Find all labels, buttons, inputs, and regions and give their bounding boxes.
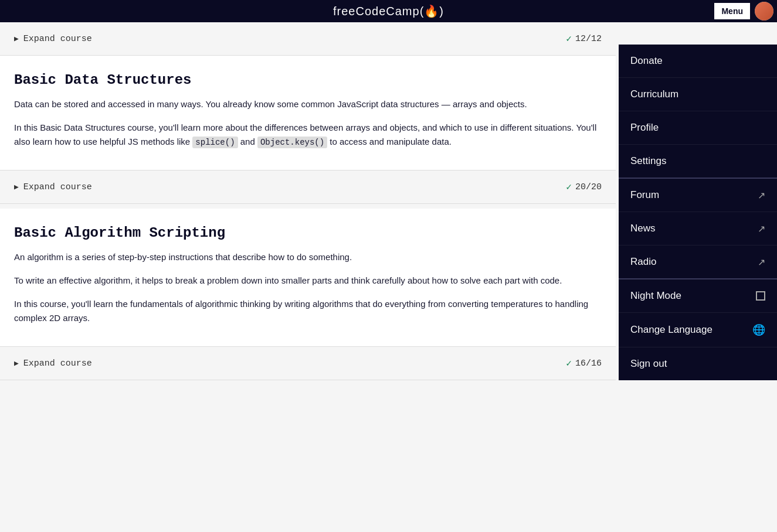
expand-label-top-ds: Expand course xyxy=(23,34,92,44)
menu-item-profile[interactable]: Profile xyxy=(619,111,777,145)
menu-item-settings[interactable]: Settings xyxy=(619,145,777,179)
progress-bottom-ds: 20/20 xyxy=(575,182,602,192)
menu-item-settings-label: Settings xyxy=(630,155,666,167)
code-splice: splice() xyxy=(192,137,237,148)
expand-label-bottom-algo: Expand course xyxy=(23,359,92,369)
menu-item-profile-label: Profile xyxy=(630,122,659,134)
check-icon-bottom-ds: ✓ xyxy=(566,181,572,193)
menu-item-curriculum-label: Curriculum xyxy=(630,88,678,100)
code-object-keys: Object.keys() xyxy=(257,137,327,148)
expand-left-bottom-ds: ▶ Expand course xyxy=(14,182,92,192)
external-link-icon: ↗ xyxy=(758,190,765,201)
expand-bar-bottom-ds[interactable]: ▶ Expand course ✓ 20/20 xyxy=(0,170,616,204)
content-area: ▶ Expand course ✓ 12/12 Basic Data Struc… xyxy=(0,22,616,532)
avatar-image xyxy=(755,2,773,21)
header-right: Menu xyxy=(714,0,777,22)
menu-item-donate-label: Donate xyxy=(630,55,663,67)
progress-top-ds: 12/12 xyxy=(575,34,602,44)
expand-right-bottom-ds: ✓ 20/20 xyxy=(566,181,602,193)
menu-item-news-label: News xyxy=(630,223,656,234)
expand-arrow-bottom-algo: ▶ xyxy=(14,359,19,368)
dropdown-menu: Donate Curriculum Profile Settings Forum… xyxy=(619,45,777,380)
course-body-ds: Basic Data Structures Data can be stored… xyxy=(0,56,616,170)
expand-bar-bottom-algo[interactable]: ▶ Expand course ✓ 16/16 xyxy=(0,346,616,380)
menu-button[interactable]: Menu xyxy=(714,3,750,19)
check-icon-top-ds: ✓ xyxy=(566,33,572,45)
night-mode-checkbox[interactable] xyxy=(756,291,765,301)
course-desc-ds-2: In this Basic Data Structures course, yo… xyxy=(14,121,602,149)
check-icon-bottom-algo: ✓ xyxy=(566,357,572,369)
course-desc-algo-1: An algorithm is a series of step-by-step… xyxy=(14,250,602,264)
menu-item-night-mode[interactable]: Night Mode xyxy=(619,279,777,313)
expand-left-top-ds: ▶ Expand course xyxy=(14,34,92,44)
menu-item-radio[interactable]: Radio ↗ xyxy=(619,245,777,279)
menu-item-radio-label: Radio xyxy=(630,256,656,268)
external-link-icon-news: ↗ xyxy=(758,223,765,234)
menu-item-sign-out[interactable]: Sign out xyxy=(619,347,777,380)
expand-label-bottom-ds: Expand course xyxy=(23,182,92,192)
menu-item-news[interactable]: News ↗ xyxy=(619,212,777,245)
menu-item-curriculum[interactable]: Curriculum xyxy=(619,78,777,111)
expand-left-bottom-algo: ▶ Expand course xyxy=(14,359,92,369)
expand-right-bottom-algo: ✓ 16/16 xyxy=(566,357,602,369)
menu-item-forum[interactable]: Forum ↗ xyxy=(619,179,777,212)
avatar[interactable] xyxy=(755,2,773,21)
course-desc-algo-3: In this course, you'll learn the fundame… xyxy=(14,297,602,325)
course-body-algo: Basic Algorithm Scripting An algorithm i… xyxy=(0,209,616,346)
progress-bottom-algo: 16/16 xyxy=(575,359,602,369)
course-desc-algo-2: To write an effective algorithm, it help… xyxy=(14,274,602,288)
menu-item-change-language-label: Change Language xyxy=(630,324,712,336)
site-title: freeCodeCamp(🔥) xyxy=(333,4,444,18)
menu-item-change-language[interactable]: Change Language 🌐 xyxy=(619,313,777,347)
course-title-algo: Basic Algorithm Scripting xyxy=(14,225,602,241)
menu-item-sign-out-label: Sign out xyxy=(630,358,667,370)
expand-arrow-bottom-ds: ▶ xyxy=(14,182,19,192)
course-desc-ds-1: Data can be stored and accessed in many … xyxy=(14,97,602,111)
menu-item-donate[interactable]: Donate xyxy=(619,45,777,78)
menu-item-night-mode-label: Night Mode xyxy=(630,290,681,302)
menu-item-forum-label: Forum xyxy=(630,189,659,201)
spacer-1 xyxy=(0,204,616,209)
external-link-icon-radio: ↗ xyxy=(758,257,765,268)
expand-arrow-top-ds: ▶ xyxy=(14,34,19,43)
expand-right-top-ds: ✓ 12/12 xyxy=(566,33,602,45)
course-title-ds: Basic Data Structures xyxy=(14,72,602,88)
expand-bar-top-ds[interactable]: ▶ Expand course ✓ 12/12 xyxy=(0,22,616,56)
header: freeCodeCamp(🔥) Menu xyxy=(0,0,777,22)
globe-icon: 🌐 xyxy=(752,323,765,336)
